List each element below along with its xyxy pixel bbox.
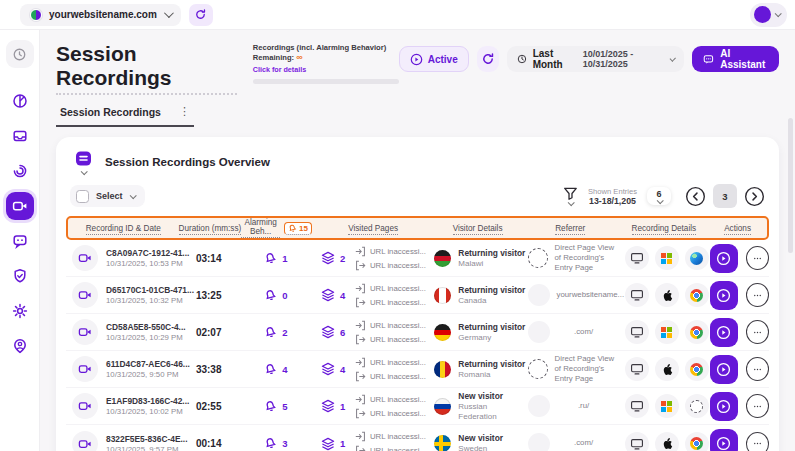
sidebar-item-behavior[interactable] [6, 157, 34, 185]
more-options-button[interactable] [746, 432, 769, 451]
referrer-text[interactable]: .com/ [557, 327, 621, 337]
browser-chrome-icon [685, 320, 709, 344]
recording-id[interactable]: CD58A5E8-550C-4... [106, 322, 186, 332]
direct-visit-icon [528, 248, 548, 268]
details-link[interactable]: Click for details [253, 65, 399, 74]
website-selector[interactable]: yourwebsitename.com [20, 4, 181, 26]
more-options-button[interactable] [746, 320, 769, 344]
tab-options-kebab-icon[interactable]: ⋮ [165, 105, 194, 127]
referrer-text[interactable]: Direct Page View of Recording's Entry Pa… [555, 243, 621, 273]
exit-url[interactable]: URL inaccessi... [355, 297, 434, 308]
select-control[interactable]: Select [70, 185, 145, 207]
exit-url[interactable]: URL inaccessi... [355, 371, 434, 382]
layers-icon [321, 399, 335, 413]
duration: 13:25 [177, 290, 240, 301]
entry-url[interactable]: URL inaccessi... [355, 246, 434, 257]
sidebar-item-privacy[interactable] [6, 262, 34, 290]
ai-assistant-button[interactable]: AI Assistant [692, 46, 779, 72]
table-row: 8322F5E5-836C-4E... 10/31/2025, 9:57 PM … [66, 425, 769, 451]
exit-url[interactable]: URL inaccessi... [355, 334, 434, 345]
play-recording-button[interactable] [710, 244, 738, 273]
filter-button[interactable] [563, 187, 578, 206]
infinity-value: ∞ [296, 52, 302, 62]
visited-pages-count: 1 [340, 401, 345, 412]
entry-url[interactable]: URL inaccessi... [355, 431, 434, 442]
visitor-country: Sweden [458, 444, 503, 451]
chat-icon [12, 233, 28, 249]
sync-website-button[interactable] [189, 4, 213, 26]
sidebar-item-settings[interactable] [6, 297, 34, 325]
recordings-overview-icon [74, 149, 93, 168]
recording-id[interactable]: 8322F5E5-836C-4E... [106, 434, 187, 444]
ai-chat-icon [703, 53, 714, 66]
refresh-icon [481, 52, 495, 66]
play-recording-button[interactable] [710, 392, 738, 421]
vertical-scrollbar[interactable] [788, 118, 793, 253]
tab-bar: Session Recordings ⋮ [56, 105, 779, 127]
alarming-count: 4 [282, 364, 287, 375]
active-recordings-button[interactable]: Active [399, 46, 469, 72]
play-recording-button[interactable] [710, 281, 738, 310]
referrer-favicon [528, 321, 550, 343]
gear-icon [12, 303, 28, 319]
page-title: Session Recordings [56, 42, 237, 95]
sidebar-item-session-recordings[interactable] [6, 192, 34, 220]
play-recording-button[interactable] [710, 355, 738, 384]
more-options-button[interactable] [746, 246, 769, 270]
page-size-selector[interactable]: 6 [647, 187, 671, 205]
visitor-type: Returning visitor [458, 248, 525, 258]
prev-page-button[interactable] [685, 186, 706, 207]
exit-page-icon [355, 334, 366, 345]
alarm-bell-icon [287, 222, 298, 233]
entry-url[interactable]: URL inaccessi... [355, 357, 434, 368]
sidebar-item-communication[interactable] [6, 227, 34, 255]
referrer-text[interactable]: .ru/ [557, 401, 621, 411]
device-desktop-icon [625, 357, 649, 381]
remaining-label: Recordings (incl. Alarming Behavior) Rem… [253, 43, 386, 62]
sidebar-item-dashboard[interactable] [6, 87, 34, 115]
play-recording-button[interactable] [710, 429, 738, 451]
exit-url[interactable]: URL inaccessi... [355, 408, 434, 419]
more-options-button[interactable] [746, 357, 769, 381]
col-visitor-details: Visitor Details [434, 224, 521, 233]
current-page[interactable]: 3 [713, 184, 737, 208]
overview-icon-dropdown[interactable] [74, 149, 93, 175]
table-row: D65170C1-01CB-471... 10/31/2025, 10:32 P… [66, 277, 769, 314]
ellipsis-icon [752, 290, 763, 301]
play-circle-icon [716, 288, 731, 303]
sidebar-item-inbox[interactable] [6, 122, 34, 150]
alarming-count-badge[interactable]: 15 [284, 222, 312, 235]
alarming-count: 1 [282, 253, 287, 264]
ellipsis-icon [752, 327, 763, 338]
tab-session-recordings[interactable]: Session Recordings [56, 106, 165, 127]
entry-page-icon [355, 246, 366, 257]
visited-pages-count: 6 [340, 327, 345, 338]
recording-date: 10/31/2025, 10:29 PM [106, 333, 186, 342]
device-desktop-icon [625, 320, 649, 344]
refresh-button[interactable] [477, 46, 499, 72]
user-menu[interactable] [750, 3, 787, 27]
exit-page-icon [355, 260, 366, 271]
entry-url[interactable]: URL inaccessi... [355, 283, 434, 294]
sidebar-item-history[interactable] [6, 40, 34, 68]
next-page-button[interactable] [744, 186, 765, 207]
entry-url[interactable]: URL inaccessi... [355, 320, 434, 331]
chevron-down-icon [129, 192, 136, 199]
sidebar-item-support[interactable] [6, 332, 34, 360]
referrer-text[interactable]: .com/ [557, 438, 621, 448]
select-all-checkbox[interactable] [76, 190, 89, 203]
date-range-selector[interactable]: Last Month 10/01/2025 - 10/31/2025 [507, 46, 685, 72]
behavior-swirl-icon [12, 163, 28, 179]
visited-pages-count: 1 [340, 438, 345, 449]
referrer-text[interactable]: Direct Page View of Recording's Entry Pa… [555, 354, 621, 384]
entry-page-icon [355, 431, 366, 442]
exit-url[interactable]: URL inaccessi... [355, 445, 434, 451]
duration: 33:38 [177, 364, 240, 375]
more-options-button[interactable] [746, 394, 769, 418]
alarm-bell-icon [263, 250, 279, 266]
play-recording-button[interactable] [710, 318, 738, 347]
entry-page-icon [355, 394, 366, 405]
entry-url[interactable]: URL inaccessi... [355, 394, 434, 405]
exit-url[interactable]: URL inaccessi... [355, 260, 434, 271]
more-options-button[interactable] [746, 283, 769, 307]
